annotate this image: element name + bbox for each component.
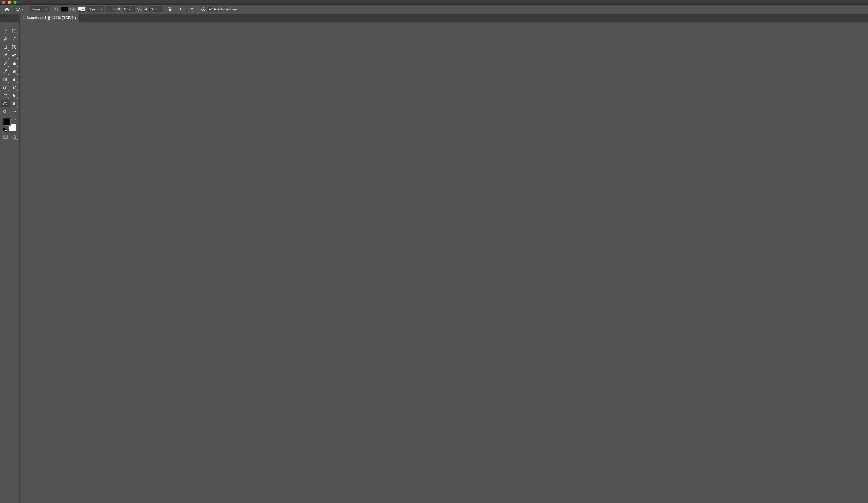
align-edges-checkbox[interactable] (208, 7, 213, 11)
dodge-tool[interactable] (1, 84, 10, 91)
ellipse-shape-tool[interactable] (1, 100, 10, 108)
foreground-color-swatch[interactable] (3, 118, 11, 126)
tool-preset-picker[interactable] (14, 6, 25, 12)
magic-wand-icon (12, 37, 17, 41)
shape-mode-label: Vorm (32, 8, 40, 11)
move-icon (3, 29, 8, 33)
screen-mode-button[interactable] (10, 133, 18, 140)
separator (51, 6, 51, 12)
link-dimensions-button[interactable] (136, 6, 143, 12)
align-edges-label: Randen uitlijnen (214, 8, 237, 11)
stroke-style-dropdown[interactable] (106, 6, 116, 12)
default-colors-button[interactable] (3, 128, 7, 132)
window-zoom-button[interactable] (13, 1, 17, 4)
svg-rect-19 (13, 136, 16, 138)
spot-healing-tool[interactable] (10, 51, 19, 59)
ellipse-icon (3, 102, 8, 106)
quick-selection-tool[interactable] (10, 35, 19, 43)
eraser-tool[interactable] (10, 68, 19, 75)
type-icon (3, 93, 8, 98)
height-value: 0 px (151, 8, 157, 11)
pen-icon (12, 85, 17, 90)
lasso-icon (3, 37, 8, 41)
svg-point-8 (14, 55, 14, 56)
move-tool[interactable] (1, 27, 10, 35)
svg-rect-4 (12, 29, 16, 32)
collapse-panel-button[interactable]: ‹‹ (0, 14, 4, 22)
svg-point-5 (4, 40, 4, 41)
rectangular-marquee-tool[interactable] (10, 27, 19, 35)
stamp-icon (12, 61, 17, 66)
main-area: ······ (0, 22, 868, 503)
stroke-swatch[interactable] (78, 7, 85, 12)
mini-black-swatch (3, 128, 5, 131)
eyedropper-tool[interactable] (1, 51, 10, 59)
path-combine-icon (167, 7, 172, 12)
double-chevron-left-icon: ‹‹ (1, 14, 4, 17)
canvas-area[interactable] (20, 22, 868, 503)
window-minimize-button[interactable] (8, 1, 11, 4)
type-tool[interactable] (1, 92, 10, 99)
options-bar: Vorm Vul: Lijn: 1 px B: 0 px H: 0 px (0, 4, 868, 14)
hand-tool[interactable] (10, 100, 19, 108)
arrange-icon (190, 7, 195, 12)
path-selection-tool[interactable] (10, 92, 19, 99)
gradient-icon (3, 77, 8, 82)
chevron-down-icon (45, 8, 47, 10)
stroke-preview-line (106, 9, 112, 9)
eraser-icon (12, 69, 17, 74)
svg-point-14 (13, 111, 14, 112)
shape-settings-button[interactable] (200, 6, 207, 12)
separator (27, 6, 28, 12)
zoom-tool[interactable] (1, 108, 10, 115)
clone-stamp-tool[interactable] (10, 60, 19, 67)
lasso-tool[interactable] (1, 35, 10, 43)
hand-icon (12, 101, 17, 106)
width-field[interactable]: 0 px (123, 6, 135, 12)
height-label: H: (145, 8, 148, 11)
left-tool-panel: ······ (0, 22, 20, 503)
stroke-width-field[interactable]: 1 px (87, 6, 104, 12)
document-tabstrip: ‹‹ × Naamloos-1 @ 100% (RGB/8*) (0, 14, 868, 22)
svg-rect-2 (169, 9, 172, 11)
chevron-down-icon (21, 8, 24, 10)
tools-grid (0, 27, 19, 117)
window-close-button[interactable] (2, 1, 5, 4)
svg-point-0 (16, 8, 20, 11)
crop-tool[interactable] (1, 43, 10, 51)
screen-mode-icon (12, 134, 16, 139)
svg-point-12 (4, 110, 6, 113)
brush-tool[interactable] (1, 60, 10, 67)
swap-colors-button[interactable]: ⤭ (14, 118, 17, 121)
tabstrip-spacer (4, 14, 20, 22)
tool-panel-grip[interactable]: ······ (0, 22, 19, 27)
height-field[interactable]: 0 px (149, 6, 162, 12)
checkmark-icon (209, 8, 212, 11)
separator (198, 6, 198, 12)
path-align-button[interactable] (178, 6, 184, 12)
home-button[interactable] (3, 6, 12, 13)
crop-icon (3, 45, 8, 49)
blur-tool[interactable] (10, 76, 19, 83)
fill-swatch[interactable] (61, 7, 69, 12)
pen-tool[interactable] (10, 84, 19, 91)
ellipsis-icon (12, 109, 17, 114)
frame-tool[interactable] (10, 43, 19, 51)
quick-mask-toggle[interactable] (1, 133, 10, 140)
link-icon (137, 8, 142, 11)
path-arrange-button[interactable] (189, 6, 195, 12)
svg-point-13 (12, 111, 13, 112)
svg-point-15 (15, 111, 16, 112)
gear-icon (201, 7, 206, 12)
close-tab-button[interactable]: × (22, 16, 24, 20)
history-brush-icon (3, 69, 8, 74)
svg-point-17 (4, 136, 6, 138)
svg-rect-16 (4, 135, 7, 138)
edit-toolbar-button[interactable] (10, 108, 19, 115)
path-operations-button[interactable] (166, 6, 173, 12)
shape-mode-dropdown[interactable]: Vorm (30, 6, 49, 12)
marquee-icon (12, 29, 17, 33)
gradient-tool[interactable] (1, 76, 10, 83)
history-brush-tool[interactable] (1, 68, 10, 75)
document-tab[interactable]: × Naamloos-1 @ 100% (RGB/8*) (20, 14, 80, 22)
